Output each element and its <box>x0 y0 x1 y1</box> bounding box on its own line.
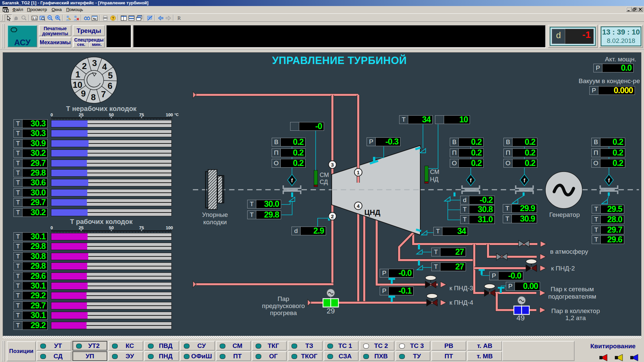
help-icon[interactable]: ? <box>109 14 117 21</box>
tile-horizontal-icon[interactable] <box>128 14 135 21</box>
bottom-button-СМ[interactable]: СМ <box>216 341 251 351</box>
ack-horn-red-icon[interactable] <box>599 354 608 361</box>
extraction-point-label-p3: 3 <box>331 162 334 168</box>
bottom-button-ЭУ[interactable]: ЭУ <box>108 351 143 361</box>
toolbar-grip[interactable] <box>1 15 2 21</box>
layers-toggle-icon[interactable] <box>146 14 154 21</box>
tile-vertical-icon[interactable] <box>120 14 127 21</box>
bottom-button-РВ[interactable]: РВ <box>431 341 466 351</box>
spectrends-sec-button[interactable]: сек. <box>73 42 89 47</box>
bar-fill <box>51 120 88 127</box>
readout-label: Р <box>380 287 389 295</box>
trends-button[interactable]: Тренды <box>73 25 105 36</box>
zoom-in-icon[interactable] <box>54 14 61 21</box>
readout-value: 0.000 <box>598 86 635 95</box>
bottom-button-ПВД[interactable]: ПВД <box>144 341 179 351</box>
user-delete-icon[interactable] <box>72 14 80 21</box>
mechanisms-button[interactable]: Механизмы <box>39 37 71 48</box>
bottom-button-ПХВ[interactable]: ПХВ <box>360 351 394 361</box>
button-led-teal <box>220 344 225 349</box>
bottom-button-ПТ[interactable]: ПТ <box>431 351 466 361</box>
menu-item-2[interactable]: Просмотр <box>25 6 49 13</box>
panel-grip-1[interactable] <box>2 23 3 48</box>
find-number-icon[interactable]: № <box>91 14 98 21</box>
bottom-blank-panel <box>502 341 575 361</box>
splitter-strip[interactable] <box>3 336 641 339</box>
bottom-button-УТ[interactable]: УТ <box>37 341 71 351</box>
readout-label: Т <box>14 252 22 260</box>
back-icon[interactable] <box>157 14 164 21</box>
menu-item-3[interactable]: Окна <box>49 6 64 13</box>
mdi-restore-button[interactable] <box>632 7 637 12</box>
readout-vacuum: P0.000 <box>589 86 635 95</box>
bottom-button-СД[interactable]: СД <box>37 351 71 361</box>
menu-item-4[interactable]: Помощь <box>64 6 85 13</box>
bottom-button-т-МВ[interactable]: т. МВ <box>467 351 502 361</box>
zoom-out-icon[interactable] <box>46 14 54 21</box>
steam-network-label-1: Пар к сетевым <box>551 286 594 293</box>
arrow-pnd2 <box>540 265 546 271</box>
bottom-button-т-АВ[interactable]: т. АВ <box>467 341 502 351</box>
bottom-grip-1[interactable] <box>2 341 3 361</box>
bottom-button-ТУ[interactable]: ТУ <box>395 351 430 361</box>
readout-label: Т <box>432 263 440 271</box>
print-icon[interactable] <box>102 14 109 21</box>
bottom-button-СЗА[interactable]: СЗА <box>324 351 359 361</box>
pads-wheel-number: 8 <box>91 92 96 102</box>
readout-value: -0.0 <box>389 269 413 277</box>
readout-value: 0.00 <box>515 282 540 290</box>
mdi-close-button[interactable] <box>638 7 643 12</box>
bottom-button-ТКОГ[interactable]: ТКОГ <box>288 351 323 361</box>
user-edit-icon[interactable] <box>65 14 72 21</box>
zoom-tool-icon[interactable] <box>20 14 28 21</box>
bottom-button-УТ2[interactable]: УТ2 <box>72 341 107 351</box>
readout-pnd3-press: Р-0.0 <box>380 269 414 278</box>
zoom-rect-icon[interactable] <box>39 14 46 21</box>
menu-item-1[interactable]: Файл <box>10 6 25 13</box>
toolbar-separator <box>81 15 82 21</box>
bottom-button-ТС-3[interactable]: ТС 3 <box>395 341 430 351</box>
select-tool-icon[interactable] <box>5 14 12 21</box>
bottom-button-ПНД[interactable]: ПНД <box>144 351 179 361</box>
bottom-button-label: СЗА <box>330 353 352 360</box>
readout-label: Т <box>14 189 22 197</box>
bottom-button-ОФиШ[interactable]: ОФиШ <box>180 351 215 361</box>
bearing3-link <box>518 196 524 199</box>
spectrends-min-button[interactable]: мин. <box>89 42 104 47</box>
ack-horn-yellow-icon[interactable] <box>614 354 623 361</box>
print-docs-button[interactable]: Печатные документы <box>39 25 71 36</box>
bottom-button-УП[interactable]: УП <box>72 351 107 361</box>
bottom-button-ТЗ[interactable]: ТЗ <box>288 341 323 351</box>
readout-label: Т <box>503 215 512 223</box>
toolbar: 1:1№?R <box>0 13 644 22</box>
panel-grip-2[interactable] <box>4 23 5 48</box>
ack-horn-blue-icon[interactable] <box>630 354 639 361</box>
bottom-button-ТС-1[interactable]: ТС 1 <box>324 341 359 351</box>
bottom-grip-2[interactable] <box>4 341 5 361</box>
bottom-button-КС[interactable]: КС <box>108 341 143 351</box>
readout-bearing3-o: О0.2 <box>503 159 537 168</box>
bottom-button-ТС-2[interactable]: ТС 2 <box>360 341 394 351</box>
zoom-1to1-icon[interactable]: 1:1 <box>31 14 38 21</box>
temp-bar <box>51 169 172 177</box>
forward-icon[interactable] <box>165 14 172 21</box>
readout-label: Т <box>592 226 601 234</box>
mdi-minimize-button[interactable] <box>626 7 632 12</box>
bottom-button-ТКГ[interactable]: ТКГ <box>252 341 287 351</box>
refresh-r-icon[interactable]: R <box>175 14 183 21</box>
readout-label: Т <box>14 159 22 167</box>
bottom-button-label: СУ <box>189 342 206 349</box>
positions-button[interactable]: Позиции <box>7 341 36 361</box>
bottom-button-ОГ[interactable]: ОГ <box>252 351 287 361</box>
cascade-icon[interactable] <box>136 14 143 21</box>
bar-fill <box>51 130 88 137</box>
temp-bar <box>51 179 172 186</box>
asu-button[interactable]: АСУ <box>7 25 37 47</box>
readout-bearing1-t1: Т30.0 <box>247 200 281 208</box>
bottom-button-ПТ[interactable]: ПТ <box>216 351 251 361</box>
temp-bar <box>51 262 172 270</box>
readout-label: Т <box>14 139 22 147</box>
find-icon[interactable] <box>83 14 91 21</box>
bottom-button-СУ[interactable]: СУ <box>180 341 215 351</box>
pan-tool-icon[interactable] <box>12 14 20 21</box>
